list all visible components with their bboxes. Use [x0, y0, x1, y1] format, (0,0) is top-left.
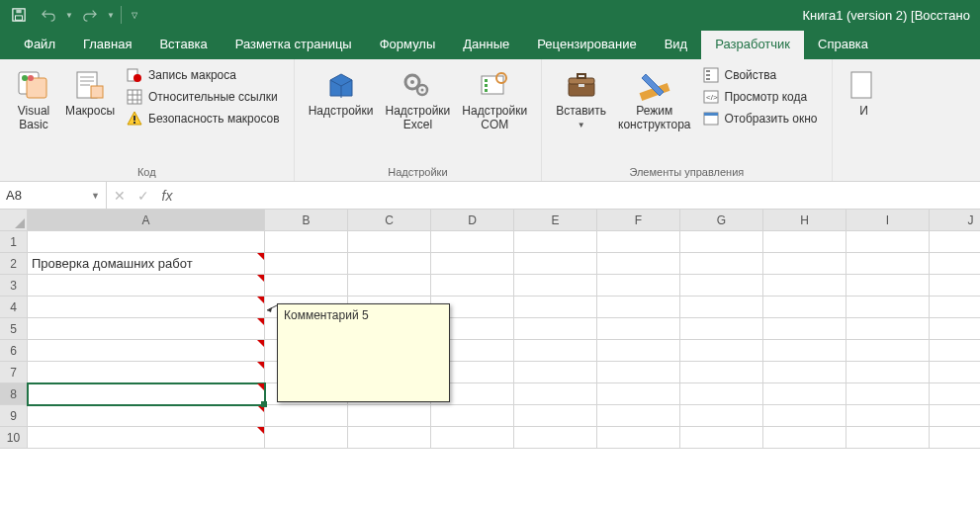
- cell-J7[interactable]: [930, 362, 980, 383]
- cell-E8[interactable]: [514, 383, 597, 405]
- row-header[interactable]: 9: [0, 405, 28, 427]
- tab-формулы[interactable]: Формулы: [366, 31, 450, 59]
- column-header[interactable]: F: [597, 210, 680, 231]
- cell-J5[interactable]: [930, 318, 980, 340]
- cell-C1[interactable]: [348, 231, 431, 253]
- visual-basic-button[interactable]: Visual Basic: [8, 63, 59, 136]
- cell-E3[interactable]: [514, 275, 597, 297]
- cell-G7[interactable]: [680, 362, 763, 383]
- row-header[interactable]: 6: [0, 340, 28, 362]
- cell-D1[interactable]: [431, 231, 514, 253]
- row-header[interactable]: 7: [0, 362, 28, 383]
- row-header[interactable]: 3: [0, 275, 28, 297]
- cell-E10[interactable]: [514, 427, 597, 449]
- redo-button[interactable]: [77, 2, 103, 28]
- cell-G10[interactable]: [680, 427, 763, 449]
- cell-D9[interactable]: [431, 405, 514, 427]
- column-header[interactable]: I: [846, 210, 930, 231]
- cell-B3[interactable]: [265, 275, 348, 297]
- cell-A4[interactable]: [28, 297, 265, 318]
- run-dialog-button[interactable]: Отобразить окно: [701, 109, 820, 128]
- cell-A7[interactable]: [28, 362, 265, 383]
- column-header[interactable]: A: [28, 210, 265, 231]
- row-header[interactable]: 5: [0, 318, 28, 340]
- comment-indicator[interactable]: [257, 253, 264, 260]
- cell-I4[interactable]: [846, 297, 930, 318]
- cell-B2[interactable]: [265, 253, 348, 275]
- cell-A5[interactable]: [28, 318, 265, 340]
- relative-refs-button[interactable]: Относительные ссылки: [125, 87, 282, 107]
- cell-A1[interactable]: [28, 231, 265, 253]
- cell-J1[interactable]: [930, 231, 980, 253]
- view-code-button[interactable]: </> Просмотр кода: [701, 87, 820, 107]
- tab-файл[interactable]: Файл: [10, 31, 69, 59]
- comment-indicator[interactable]: [257, 362, 264, 369]
- comment-indicator[interactable]: [257, 275, 264, 282]
- cell-H9[interactable]: [763, 405, 846, 427]
- insert-controls-button[interactable]: Вставить ▼: [550, 63, 612, 133]
- cell-I9[interactable]: [846, 405, 930, 427]
- cell-F7[interactable]: [597, 362, 680, 383]
- cell-J4[interactable]: [930, 297, 980, 318]
- row-header[interactable]: 10: [0, 427, 28, 449]
- undo-button[interactable]: [36, 2, 61, 28]
- cell-B1[interactable]: [265, 231, 348, 253]
- cell-A10[interactable]: [28, 427, 265, 449]
- comment-indicator[interactable]: [257, 427, 264, 434]
- tab-справка[interactable]: Справка: [804, 31, 882, 59]
- cell-G4[interactable]: [680, 297, 763, 318]
- cell-F4[interactable]: [597, 297, 680, 318]
- column-header[interactable]: C: [348, 210, 431, 231]
- comment-indicator[interactable]: [257, 383, 264, 390]
- cell-G6[interactable]: [680, 340, 763, 362]
- cell-B10[interactable]: [265, 427, 348, 449]
- column-header[interactable]: B: [265, 210, 348, 231]
- properties-button[interactable]: Свойства: [701, 65, 820, 85]
- cell-H2[interactable]: [763, 253, 846, 275]
- cell-E5[interactable]: [514, 318, 597, 340]
- cell-H10[interactable]: [763, 427, 846, 449]
- cell-I1[interactable]: [846, 231, 930, 253]
- row-header[interactable]: 2: [0, 253, 28, 275]
- tab-главная[interactable]: Главная: [69, 31, 145, 59]
- cell-G2[interactable]: [680, 253, 763, 275]
- cell-E7[interactable]: [514, 362, 597, 383]
- row-header[interactable]: 8: [0, 383, 28, 405]
- cell-I8[interactable]: [846, 383, 930, 405]
- cell-H1[interactable]: [763, 231, 846, 253]
- tab-разметка страницы[interactable]: Разметка страницы: [222, 31, 366, 59]
- cell-F5[interactable]: [597, 318, 680, 340]
- comment-indicator[interactable]: [257, 340, 264, 347]
- cell-H5[interactable]: [763, 318, 846, 340]
- cell-E9[interactable]: [514, 405, 597, 427]
- cell-F6[interactable]: [597, 340, 680, 362]
- cell-H4[interactable]: [763, 297, 846, 318]
- cell-D3[interactable]: [431, 275, 514, 297]
- column-header[interactable]: J: [930, 210, 980, 231]
- record-macro-button[interactable]: Запись макроса: [125, 65, 282, 85]
- cell-I5[interactable]: [846, 318, 930, 340]
- cell-G1[interactable]: [680, 231, 763, 253]
- undo-dropdown-icon[interactable]: ▼: [65, 11, 73, 20]
- cell-J3[interactable]: [930, 275, 980, 297]
- cell-I6[interactable]: [846, 340, 930, 362]
- macro-security-button[interactable]: Безопасность макросов: [125, 109, 282, 128]
- cell-J8[interactable]: [930, 383, 980, 405]
- source-button[interactable]: И: [841, 63, 882, 123]
- name-box[interactable]: A8 ▼: [0, 182, 107, 209]
- cell-E6[interactable]: [514, 340, 597, 362]
- redo-dropdown-icon[interactable]: ▼: [107, 11, 115, 20]
- cell-I7[interactable]: [846, 362, 930, 383]
- cell-A9[interactable]: [28, 405, 265, 427]
- cell-D2[interactable]: [431, 253, 514, 275]
- cell-H7[interactable]: [763, 362, 846, 383]
- select-all-corner[interactable]: [0, 210, 28, 231]
- cell-F3[interactable]: [597, 275, 680, 297]
- fx-icon[interactable]: fx: [158, 188, 176, 204]
- row-header[interactable]: 1: [0, 231, 28, 253]
- tab-разработчик[interactable]: Разработчик: [701, 31, 804, 59]
- cell-A6[interactable]: [28, 340, 265, 362]
- tab-вид[interactable]: Вид: [651, 31, 702, 59]
- cell-C3[interactable]: [348, 275, 431, 297]
- chevron-down-icon[interactable]: ▼: [91, 191, 100, 201]
